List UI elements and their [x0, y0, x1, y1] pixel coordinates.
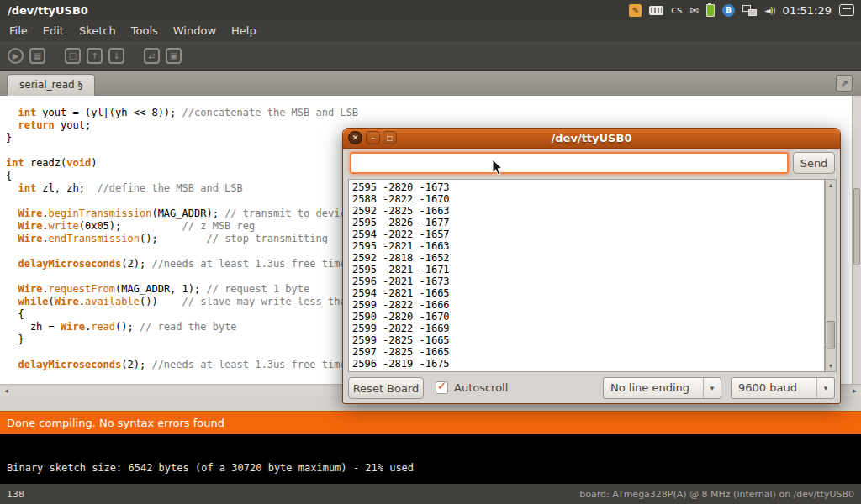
console-icon[interactable]: ▣	[166, 48, 182, 64]
keyboard-layout-indicator[interactable]: cs	[671, 4, 682, 16]
bluetooth-icon[interactable]: B	[722, 4, 735, 17]
line-ending-value: No line ending	[610, 378, 689, 398]
scrollbar-thumb[interactable]	[853, 188, 860, 265]
new-sketch-icon[interactable]: □	[65, 48, 81, 64]
toolbar: ▶▦□↑↓⇄▣	[0, 41, 861, 71]
serial-line: 2595 -2821 -1671	[352, 264, 821, 276]
battery-icon[interactable]	[706, 4, 715, 17]
save-sketch-icon[interactable]: ↓	[108, 48, 124, 64]
serial-line: 2588 -2822 -1670	[352, 193, 821, 205]
serial-line: 2596 -2821 -1673	[352, 276, 821, 287]
serial-line: 2599 -2822 -1669	[352, 323, 821, 334]
chevron-down-icon[interactable]: ▾	[816, 378, 834, 398]
chevron-down-icon[interactable]: ▾	[703, 378, 721, 398]
serial-line: 2599 -2822 -1666	[352, 299, 821, 311]
editor-vertical-scrollbar[interactable]	[852, 96, 861, 384]
scroll-right-icon[interactable]: ▸	[848, 385, 861, 396]
active-window-title: /dev/ttyUSB0	[0, 4, 88, 17]
menu-edit[interactable]: Edit	[35, 20, 71, 41]
mail-icon[interactable]: ✉	[689, 4, 699, 17]
desktop: /dev/ttyUSB0 ✎cs✉B◄))01:51:29 FileEditSk…	[0, 0, 861, 504]
serial-line: 2599 -2825 -1665	[352, 334, 821, 346]
serial-output[interactable]: 2595 -2820 -16732588 -2822 -16702592 -28…	[348, 179, 825, 372]
tab-label: serial_read §	[19, 79, 82, 91]
serial-line: 2590 -2820 -1670	[352, 311, 821, 323]
verify-icon[interactable]: ▶	[8, 48, 24, 64]
console-text: Binary sketch size: 6542 bytes (of a 307…	[7, 462, 414, 474]
status-message: Done compiling. No syntax errors found	[7, 417, 224, 429]
line-number-indicator: 138	[7, 489, 24, 500]
serial-line: 2596 -2819 -1675	[352, 358, 821, 370]
scroll-left-icon[interactable]: ◂	[0, 385, 13, 396]
scroll-down-icon[interactable]: ▾	[826, 360, 836, 371]
menu-file[interactable]: File	[2, 20, 35, 41]
menu-tools[interactable]: Tools	[124, 20, 166, 41]
check-icon: ✓	[437, 379, 447, 392]
status-bar: Done compiling. No syntax errors found	[0, 411, 861, 434]
code-line: int yout = (yl|(yh << 8)); //concatenate…	[6, 107, 851, 119]
serial-line: 2592 -2825 -1663	[352, 205, 821, 217]
mouse-cursor	[492, 160, 504, 176]
volume-icon[interactable]: ◄))	[764, 6, 775, 15]
serial-monitor-button[interactable]: ⇗	[836, 75, 853, 92]
send-button[interactable]: Send	[793, 152, 835, 174]
baud-rate-value: 9600 baud	[738, 378, 797, 398]
menu-window[interactable]: Window	[166, 20, 224, 41]
serial-monitor-title: /dev/ttyUSB0	[343, 129, 840, 148]
serial-monitor-icon: ⇗	[840, 78, 848, 89]
notes-icon[interactable]: ✎	[629, 4, 642, 17]
autoscroll-checkbox[interactable]: ✓	[436, 381, 448, 394]
autoscroll-label: Autoscroll	[454, 377, 508, 399]
reset-board-button[interactable]: Reset Board	[348, 377, 424, 399]
scroll-up-icon[interactable]: ▴	[826, 180, 836, 191]
export-icon[interactable]: ⇄	[144, 48, 160, 64]
tab-bar: serial_read § ⇗	[0, 71, 861, 96]
menu-bar: FileEditSketchToolsWindowHelp	[0, 20, 861, 41]
stop-icon[interactable]: ▦	[29, 48, 45, 64]
serial-line: 2595 -2826 -1677	[352, 217, 821, 228]
menu-sketch[interactable]: Sketch	[71, 20, 124, 41]
serial-monitor-titlebar[interactable]: ✕ – □ /dev/ttyUSB0	[343, 129, 840, 149]
serial-input[interactable]	[350, 152, 789, 174]
serial-line: 2592 -2818 -1652	[352, 252, 821, 264]
clock[interactable]: 01:51:29	[783, 4, 832, 17]
tab-serial-read[interactable]: serial_read §	[7, 74, 95, 96]
serial-monitor-window: ✕ – □ /dev/ttyUSB0 Send 2595 -2820 -1673…	[342, 128, 841, 404]
serial-line: 2595 -2821 -1663	[352, 240, 821, 252]
keyboard-icon[interactable]	[649, 6, 663, 15]
serial-line: 2597 -2825 -1665	[352, 346, 821, 358]
serial-line: 2595 -2820 -1673	[352, 181, 821, 193]
session-icon[interactable]	[839, 4, 854, 16]
line-ending-select[interactable]: No line ending ▾	[603, 377, 721, 399]
network-icon[interactable]	[742, 5, 757, 16]
footer: 138 board: ATmega328P(A) @ 8 MHz (intern…	[0, 484, 861, 504]
console-output: Binary sketch size: 6542 bytes (of a 307…	[0, 434, 861, 484]
serial-line: 2594 -2821 -1665	[352, 287, 821, 299]
top-panel: /dev/ttyUSB0 ✎cs✉B◄))01:51:29	[0, 0, 861, 20]
serial-scrollbar[interactable]: ▴ ▾	[825, 179, 837, 372]
serial-line: 2594 -2822 -1657	[352, 228, 821, 240]
baud-rate-select[interactable]: 9600 baud ▾	[731, 377, 835, 399]
board-indicator: board: ATmega328P(A) @ 8 MHz (internal) …	[579, 489, 854, 500]
system-tray: ✎cs✉B◄))01:51:29	[629, 0, 861, 20]
open-sketch-icon[interactable]: ↑	[87, 48, 103, 64]
scrollbar-thumb[interactable]	[827, 321, 835, 349]
menu-help[interactable]: Help	[224, 20, 264, 41]
